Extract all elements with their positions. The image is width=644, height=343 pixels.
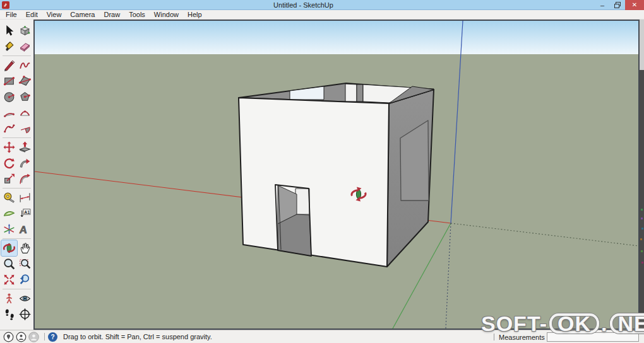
tool-rectangle[interactable] (1, 73, 17, 89)
orbit-icon (3, 241, 16, 255)
tool-look-around[interactable] (17, 291, 33, 306)
tool-axes[interactable] (1, 221, 17, 237)
position-camera-icon (3, 292, 16, 305)
tool-polygon[interactable] (17, 89, 33, 105)
tool-select[interactable] (1, 23, 17, 38)
eraser-icon (18, 40, 32, 53)
move-icon (3, 141, 16, 154)
rotated-rectangle-icon (18, 74, 32, 88)
tool-protractor[interactable] (1, 206, 17, 221)
menu-window[interactable]: Window (150, 10, 183, 20)
tool-zoom-extents[interactable] (1, 272, 17, 288)
tape-measure-icon (3, 191, 16, 204)
tool-move[interactable] (1, 139, 17, 155)
three-point-arc-icon (3, 122, 16, 135)
tool-circle[interactable] (1, 89, 17, 105)
tool-three-point-arc[interactable] (1, 120, 17, 136)
menu-draw[interactable]: Draw (99, 10, 124, 20)
tool-orbit[interactable] (1, 240, 17, 256)
look-around-icon (18, 292, 32, 305)
push-pull-icon (18, 141, 32, 154)
tool-pan[interactable] (17, 240, 33, 256)
minimize-button[interactable]: – (595, 0, 610, 10)
dimension-icon (18, 191, 32, 204)
menu-file[interactable]: File (1, 10, 21, 20)
make-component-icon (18, 24, 32, 37)
tool-dimension[interactable] (17, 190, 33, 206)
softok-watermark: SOFT-OK.NET (481, 309, 644, 338)
tool-follow-me[interactable] (17, 155, 33, 171)
restore-button[interactable] (610, 0, 625, 10)
menu-camera[interactable]: Camera (66, 10, 99, 20)
line-icon (3, 59, 16, 72)
tool-pie[interactable] (17, 120, 33, 136)
tool-push-pull[interactable] (17, 139, 33, 155)
claim-credit-icon[interactable] (15, 331, 27, 342)
toolbar-divider (3, 238, 31, 239)
tool-walk[interactable] (1, 306, 17, 322)
tool-section-plane[interactable] (17, 306, 33, 322)
menu-view[interactable]: View (42, 10, 66, 20)
circle-icon (3, 90, 16, 103)
tool-line[interactable] (1, 57, 17, 73)
signin-avatar-icon[interactable] (28, 331, 39, 342)
sketchup-logo-icon (2, 1, 9, 9)
help-icon[interactable]: ? (48, 332, 57, 342)
protractor-icon (3, 207, 16, 220)
house-front-face (239, 98, 389, 267)
zoom-previous-icon (18, 273, 32, 286)
menu-bar: FileEditViewCameraDrawToolsWindowHelp (0, 10, 644, 20)
tool-3d-text[interactable]: A (17, 221, 33, 237)
tool-rotate[interactable] (1, 155, 17, 171)
geolocation-icon[interactable] (3, 331, 14, 342)
tool-two-point-arc[interactable] (17, 105, 33, 120)
arc-icon (3, 106, 16, 119)
tool-zoom-previous[interactable] (17, 272, 33, 288)
pan-icon (18, 241, 32, 255)
edge-strip-top (640, 20, 644, 70)
top-opening-2 (345, 84, 357, 102)
top-partition (357, 84, 363, 102)
restore-icon (614, 2, 621, 8)
section-plane-icon (18, 308, 32, 321)
pie-icon (18, 122, 32, 135)
sky (35, 21, 638, 54)
tool-rotated-rectangle[interactable] (17, 73, 33, 89)
tool-freehand[interactable] (17, 57, 33, 73)
rectangle-icon (3, 74, 16, 88)
toolbar-divider (3, 289, 31, 289)
menu-tools[interactable]: Tools (124, 10, 150, 20)
text-icon: A1 (18, 207, 32, 220)
tool-zoom-window[interactable] (17, 256, 33, 272)
tool-scale[interactable] (1, 171, 17, 187)
watermark-dot: . (601, 311, 607, 336)
3d-viewport[interactable] (33, 20, 640, 330)
watermark-ok-box: OK (549, 313, 599, 334)
two-point-arc-icon (18, 106, 32, 119)
tool-position-camera[interactable] (1, 291, 17, 306)
tool-make-component[interactable] (17, 23, 33, 38)
scale-icon (3, 172, 16, 185)
3d-text-icon: A (18, 223, 32, 236)
zoom-window-icon (18, 257, 32, 270)
title-bar[interactable]: Untitled - SketchUp – ✕ (0, 0, 644, 10)
toolbar-divider (3, 188, 31, 189)
offset-icon (18, 172, 32, 185)
menu-edit[interactable]: Edit (21, 10, 42, 20)
tool-paint-bucket[interactable] (1, 38, 17, 54)
toolbar-divider (3, 137, 31, 138)
axes-icon (3, 223, 16, 236)
select-icon (3, 24, 16, 37)
tool-eraser[interactable] (17, 38, 33, 54)
svg-text:A1: A1 (24, 210, 30, 214)
watermark-net-box: NET (610, 313, 644, 334)
tool-offset[interactable] (17, 171, 33, 187)
window-title: Untitled - SketchUp (12, 1, 595, 9)
toolbar-divider (3, 55, 31, 56)
tool-arc[interactable] (1, 105, 17, 120)
menu-help[interactable]: Help (183, 10, 206, 20)
close-button[interactable]: ✕ (625, 0, 644, 10)
tool-tape-measure[interactable] (1, 190, 17, 206)
tool-text[interactable]: A1 (17, 206, 33, 221)
tool-zoom[interactable] (1, 256, 17, 272)
